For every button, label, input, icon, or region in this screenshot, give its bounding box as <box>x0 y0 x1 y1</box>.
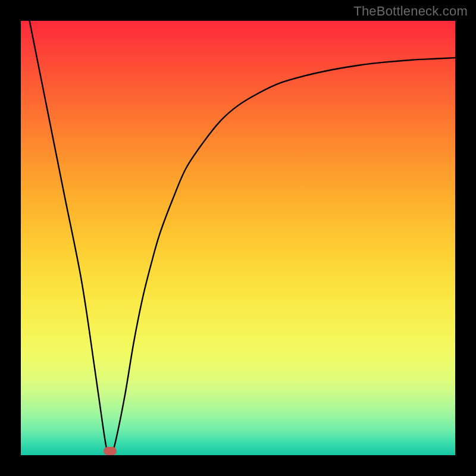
bottleneck-curve <box>21 21 455 455</box>
optimal-point-marker <box>104 447 117 455</box>
chart-plot-area <box>21 21 455 455</box>
watermark-text: TheBottleneck.com <box>353 4 468 19</box>
chart-frame: TheBottleneck.com <box>0 0 476 476</box>
